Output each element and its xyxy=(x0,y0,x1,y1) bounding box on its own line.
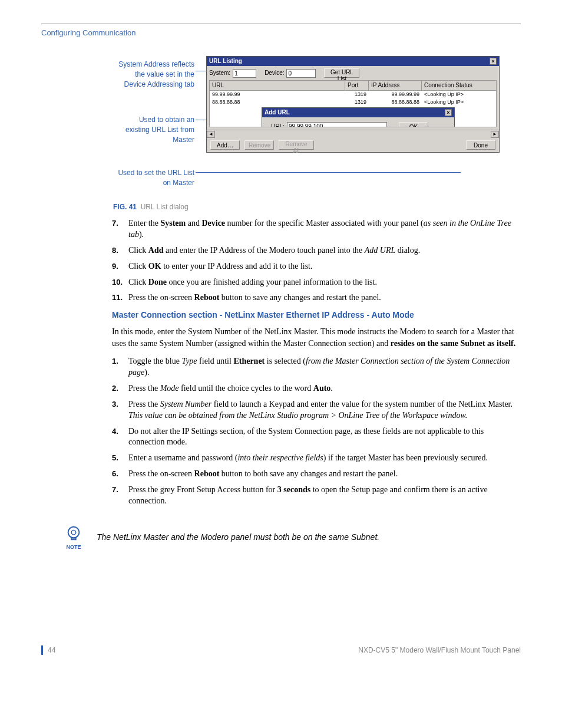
step-item: 5.Enter a username and password (into th… xyxy=(41,453,521,464)
ok-button[interactable]: OK xyxy=(399,122,428,127)
bulb-icon xyxy=(65,525,82,542)
scroll-left-icon[interactable]: ◄ xyxy=(207,131,215,138)
callout-system-address: System Address reflects the value set in… xyxy=(118,60,194,89)
note-label: NOTE xyxy=(66,543,81,551)
step-text: Enter a username and password (into thei… xyxy=(128,453,488,464)
page-footer: 44 NXD-CV5 5" Modero Wall/Flush Mount To… xyxy=(41,645,521,655)
step-text: Toggle the blue Type field until Etherne… xyxy=(128,356,521,378)
step-number: 5. xyxy=(112,453,125,464)
remove-button[interactable]: Remove xyxy=(244,140,274,150)
step-number: 2. xyxy=(112,383,125,394)
add-button[interactable]: Add… xyxy=(210,140,240,150)
page-number: 44 xyxy=(41,645,55,655)
system-label: System: xyxy=(209,69,230,77)
callout-done: Used to set the URL List on Master xyxy=(118,168,194,188)
subsection-heading: Master Connection section - NetLinx Mast… xyxy=(112,309,521,321)
fig-label: FIG. 41 xyxy=(113,203,137,211)
step-item: 11.Press the on-screen Reboot button to … xyxy=(41,292,521,304)
table-row[interactable]: 88.88.88.88 1319 88.88.88.88 <Looking Up… xyxy=(210,98,496,106)
step-number: 3. xyxy=(112,399,125,421)
url-label: URL: xyxy=(268,123,285,128)
step-item: 10.Click Done once you are finished addi… xyxy=(41,277,521,288)
remove-all-button[interactable]: Remove All xyxy=(279,140,314,150)
figure-area: System Address reflects the value set in… xyxy=(41,56,521,197)
step-number: 10. xyxy=(112,277,125,288)
step-number: 11. xyxy=(112,292,125,304)
step-number: 9. xyxy=(112,261,125,272)
step-item: 7.Enter the System and Device number for… xyxy=(41,218,521,241)
add-url-dialog: Add URL × URL: Port: xyxy=(262,107,455,127)
svg-point-0 xyxy=(68,527,80,538)
step-text: Press the grey Front Setup Access button… xyxy=(128,485,521,507)
steps-list-2: 1.Toggle the blue Type field until Ether… xyxy=(41,356,521,507)
fig-text: URL List dialog xyxy=(141,203,189,211)
step-number: 4. xyxy=(112,426,125,449)
figure-caption: FIG. 41 URL List dialog xyxy=(113,202,521,212)
step-text: Press the Mode field until the choice cy… xyxy=(128,383,333,394)
step-number: 8. xyxy=(112,245,125,256)
get-url-list-button[interactable]: Get URL List xyxy=(324,68,359,78)
url-table: URL Port IP Address Connection Status 99… xyxy=(209,80,497,127)
close-icon[interactable]: × xyxy=(490,58,497,65)
note-icon: NOTE xyxy=(65,525,82,551)
steps-list-1: 7.Enter the System and Device number for… xyxy=(41,218,521,304)
dialog-titlebar: URL Listing × xyxy=(207,57,499,66)
step-item: 2.Press the Mode field until the choice … xyxy=(41,383,521,394)
step-item: 4.Do not alter the IP Settings section, … xyxy=(41,426,521,449)
svg-point-1 xyxy=(71,530,76,535)
section-header: Configuring Communication xyxy=(41,28,521,38)
note-text: The NetLinx Master and the Modero panel … xyxy=(97,532,379,543)
url-listing-dialog: URL Listing × System: Device: Get URL Li… xyxy=(206,56,500,153)
sub-dialog-titlebar: Add URL × xyxy=(262,108,454,117)
intro-paragraph: In this mode, enter the System Number of… xyxy=(112,326,521,349)
step-number: 7. xyxy=(112,218,125,241)
step-number: 6. xyxy=(112,469,125,480)
table-rows: 99.99.99.99 1319 99.99.99.99 <Looking Up… xyxy=(210,91,496,106)
col-ip: IP Address xyxy=(369,81,422,90)
done-button[interactable]: Done xyxy=(466,140,495,150)
step-item: 9.Click OK to enter your IP Address and … xyxy=(41,261,521,272)
step-text: Do not alter the IP Settings section, of… xyxy=(128,426,521,449)
step-item: 8.Click Add and enter the IP Address of … xyxy=(41,245,521,256)
note-block: NOTE The NetLinx Master and the Modero p… xyxy=(65,525,521,551)
step-item: 6.Press the on-screen Reboot button to b… xyxy=(41,469,521,480)
step-text: Press the System Number field to launch … xyxy=(128,399,521,421)
step-text: Enter the System and Device number for t… xyxy=(128,218,521,241)
step-text: Click OK to enter your IP Address and ad… xyxy=(128,261,313,272)
step-text: Click Add and enter the IP Address of th… xyxy=(128,245,420,256)
col-url: URL xyxy=(210,81,345,90)
doc-title: NXD-CV5 5" Modero Wall/Flush Mount Touch… xyxy=(358,645,521,655)
table-header: URL Port IP Address Connection Status xyxy=(210,81,496,91)
step-number: 7. xyxy=(112,485,125,507)
step-item: 1.Toggle the blue Type field until Ether… xyxy=(41,356,521,378)
sub-dialog-title: Add URL xyxy=(265,108,290,117)
step-text: Press the on-screen Reboot button to bot… xyxy=(128,469,398,480)
step-item: 7.Press the grey Front Setup Access butt… xyxy=(41,485,521,507)
table-row[interactable]: 99.99.99.99 1319 99.99.99.99 <Looking Up… xyxy=(210,91,496,98)
close-icon[interactable]: × xyxy=(445,109,452,116)
system-input[interactable] xyxy=(233,69,256,78)
step-text: Press the on-screen Reboot button to sav… xyxy=(128,292,381,304)
dialog-control-row: System: Device: Get URL List xyxy=(207,66,499,80)
col-conn: Connection Status xyxy=(422,81,496,90)
scrollbar[interactable]: ◄ ► xyxy=(207,130,499,138)
url-input[interactable] xyxy=(287,122,387,127)
scroll-right-icon[interactable]: ► xyxy=(491,131,499,138)
dialog-title-text: URL Listing xyxy=(209,57,242,65)
top-rule xyxy=(41,24,521,24)
col-port: Port xyxy=(345,81,369,90)
device-label: Device: xyxy=(265,69,284,77)
step-text: Click Done once you are finished adding … xyxy=(128,277,377,288)
dialog-footer: Add… Remove Remove All Done xyxy=(207,138,499,152)
step-item: 3.Press the System Number field to launc… xyxy=(41,399,521,421)
device-input[interactable] xyxy=(286,69,316,78)
callout-get-url: Used to obtain an existing URL List from… xyxy=(118,115,194,144)
step-number: 1. xyxy=(112,356,125,378)
